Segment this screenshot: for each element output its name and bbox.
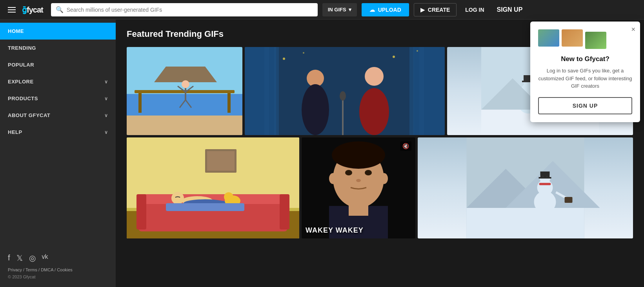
- gif-item-actor[interactable]: 🔇 WAKEY WAKEY: [302, 137, 415, 238]
- sidebar-item-explore[interactable]: EXPLORE ∨: [0, 73, 116, 90]
- svg-rect-3: [138, 93, 142, 113]
- search-icon: 🔍: [56, 6, 64, 13]
- popup-thumbnails: [538, 29, 632, 49]
- gif-item-beach[interactable]: [127, 47, 242, 135]
- svg-rect-18: [409, 47, 414, 135]
- svg-rect-15: [413, 47, 445, 135]
- new-user-popup: × New to Gfycat? Log in to save GIFs you…: [530, 22, 640, 122]
- sidebar-item-products[interactable]: PRODUCTS ∨: [0, 90, 116, 107]
- svg-point-75: [542, 176, 544, 177]
- gif-item-awards[interactable]: [245, 47, 445, 135]
- svg-rect-79: [565, 197, 573, 203]
- privacy-link[interactable]: Privacy: [8, 267, 22, 272]
- svg-point-22: [365, 67, 384, 86]
- svg-rect-1: [127, 94, 242, 117]
- svg-rect-77: [539, 183, 551, 185]
- beach-scene: [127, 47, 242, 135]
- svg-point-62: [329, 173, 337, 184]
- sidebar-links: Privacy / Terms / DMCA / Cookies: [8, 267, 108, 272]
- hamburger-menu[interactable]: [6, 5, 17, 14]
- svg-rect-19: [419, 47, 424, 135]
- actor-scene: 🔇 WAKEY WAKEY: [302, 137, 415, 238]
- gif-text-wakey: WAKEY WAKEY: [306, 226, 411, 235]
- svg-rect-17: [274, 47, 279, 135]
- sidebar-item-help[interactable]: HELP ∨: [0, 124, 116, 141]
- popup-thumbnail-1: [538, 29, 559, 47]
- popup-thumbnail-3: [585, 32, 606, 49]
- upload-icon: ☁: [369, 7, 375, 13]
- gif-item-snowy2[interactable]: [418, 137, 633, 238]
- awards-scene: [245, 47, 445, 135]
- dmca-link[interactable]: DMCA: [41, 267, 53, 272]
- sidebar: HOME TRENDING POPULAR EXPLORE ∨ PRODUCTS…: [0, 20, 116, 287]
- svg-rect-47: [136, 194, 146, 229]
- svg-point-6: [182, 80, 189, 88]
- sidebar-copyright: © 2023 Gfycat: [8, 274, 108, 279]
- sidebar-social: f 𝕏 ◎ vk Privacy / Terms / DMCA / Cookie…: [0, 245, 116, 287]
- svg-point-58: [345, 170, 352, 175]
- search-bar: 🔍: [51, 3, 318, 16]
- svg-point-63: [380, 173, 388, 184]
- svg-point-59: [365, 170, 372, 175]
- svg-rect-73: [540, 171, 550, 178]
- search-filter-button[interactable]: IN GIFS ▾: [322, 3, 357, 16]
- header: ḡfycat 🔍 IN GIFS ▾ ☁ UPLOAD ▶ CREATE LOG…: [0, 0, 644, 20]
- svg-point-23: [359, 88, 389, 135]
- login-button[interactable]: LOG IN: [461, 7, 488, 13]
- svg-point-61: [332, 141, 385, 169]
- svg-point-27: [303, 52, 304, 54]
- svg-point-76: [546, 176, 548, 177]
- svg-point-54: [224, 192, 233, 202]
- twitter-icon[interactable]: 𝕏: [16, 253, 23, 263]
- svg-rect-65: [349, 204, 368, 216]
- chevron-down-icon: ∨: [104, 79, 108, 85]
- create-button[interactable]: ▶ CREATE: [414, 3, 457, 16]
- cartoon-scene: [127, 137, 299, 238]
- svg-point-50: [171, 192, 184, 204]
- vk-icon[interactable]: vk: [42, 253, 48, 263]
- chevron-down-icon: ∨: [104, 96, 108, 101]
- svg-rect-74: [539, 177, 551, 179]
- chevron-down-icon: ∨: [104, 113, 108, 118]
- svg-point-28: [393, 56, 395, 58]
- svg-point-26: [283, 58, 285, 60]
- snowy-scene2: [418, 137, 633, 238]
- video-icon: ▶: [420, 7, 425, 13]
- sidebar-item-trending[interactable]: TRENDING: [0, 40, 116, 56]
- search-input[interactable]: [67, 7, 313, 13]
- gif-grid-bottom: 🔇 WAKEY WAKEY: [127, 137, 633, 238]
- sidebar-item-popular[interactable]: POPULAR: [0, 56, 116, 73]
- popup-description: Log in to save GIFs you like, get a cust…: [538, 67, 632, 90]
- svg-point-21: [302, 84, 329, 135]
- popup-close-button[interactable]: ×: [631, 25, 635, 34]
- volume-muted-icon[interactable]: 🔇: [400, 141, 411, 151]
- terms-link[interactable]: Terms: [25, 267, 37, 272]
- popup-signup-button[interactable]: SIGN UP: [538, 97, 632, 114]
- svg-point-60: [356, 179, 361, 182]
- signup-button[interactable]: SIGN UP: [493, 6, 527, 13]
- svg-rect-12: [127, 116, 242, 135]
- svg-rect-67: [467, 208, 584, 238]
- cookies-link[interactable]: Cookies: [57, 267, 73, 272]
- svg-rect-16: [264, 47, 269, 135]
- svg-point-29: [417, 50, 418, 52]
- upload-button[interactable]: ☁ UPLOAD: [362, 3, 409, 16]
- svg-rect-55: [166, 203, 244, 211]
- svg-rect-48: [280, 194, 289, 229]
- logo[interactable]: ḡfycat: [22, 5, 43, 14]
- svg-rect-44: [207, 151, 235, 171]
- chevron-down-icon: ▾: [349, 7, 351, 13]
- facebook-icon[interactable]: f: [8, 253, 10, 263]
- svg-rect-14: [245, 47, 276, 135]
- sidebar-item-home[interactable]: HOME: [0, 23, 116, 40]
- popup-title: New to Gfycat?: [538, 55, 632, 63]
- gif-item-cartoon[interactable]: [127, 137, 299, 238]
- svg-rect-4: [227, 93, 231, 113]
- svg-rect-24: [342, 98, 344, 135]
- sidebar-item-about[interactable]: ABOUT GFYCAT ∨: [0, 107, 116, 124]
- popup-thumbnail-2: [562, 29, 583, 47]
- svg-point-25: [340, 91, 346, 101]
- chevron-down-icon: ∨: [104, 130, 108, 135]
- instagram-icon[interactable]: ◎: [29, 253, 36, 263]
